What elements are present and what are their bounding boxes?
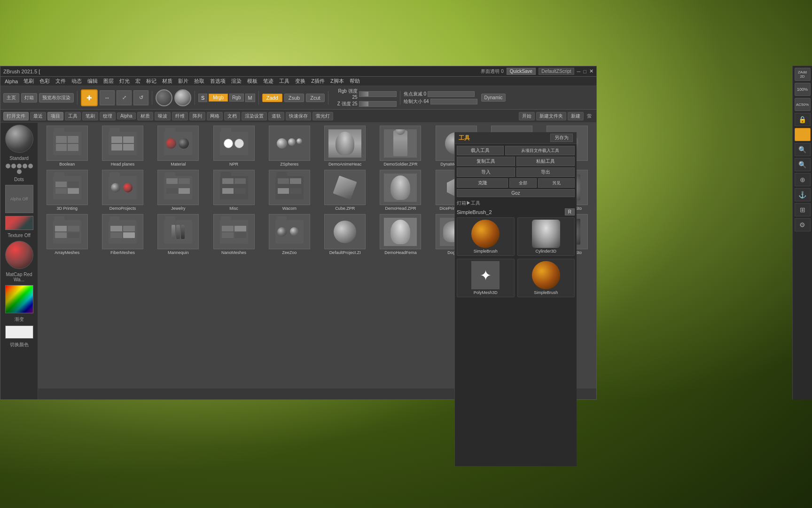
project-item-boolean[interactable]: Boolean (40, 125, 94, 167)
lightbox-button[interactable]: 灯箱 (21, 93, 37, 103)
tool-card-polymesh3d[interactable]: ✦ PolyMesh3D (457, 259, 515, 297)
menu-file[interactable]: 文件 (53, 77, 68, 85)
import-button[interactable]: 导入 (457, 167, 515, 177)
project-item-demoanime[interactable]: DemoAnimeHeac (318, 125, 372, 167)
tool-button[interactable]: 工具 (65, 112, 81, 120)
menu-mark[interactable]: 标记 (144, 77, 159, 85)
project-item-3dprinting[interactable]: 3D Printing (40, 169, 94, 212)
open-file-button[interactable]: 打开文件 (3, 112, 29, 120)
zoom-100-btn[interactable]: 100% (795, 83, 811, 96)
menu-transform[interactable]: 变换 (293, 77, 308, 85)
project-item-arraymeshes[interactable]: ArrayMeshes (40, 213, 94, 256)
brush-preview[interactable] (156, 89, 172, 106)
rgb-strength-slider[interactable] (359, 91, 397, 97)
center-icon[interactable]: ⊕ (795, 173, 811, 186)
quicksave-button[interactable]: QuickSave (507, 68, 536, 75)
brush-sphere-preview[interactable] (5, 125, 33, 153)
fiber-button[interactable]: 纤维 (172, 112, 188, 120)
menu-preferences[interactable]: 首选项 (208, 77, 228, 85)
paste-tool-button[interactable]: 粘贴工具 (516, 157, 575, 166)
document-button[interactable]: 文档 (224, 112, 240, 120)
tool-card-simplebrush2[interactable]: SimpleBrush (517, 259, 575, 297)
menu-movie[interactable]: 影片 (176, 77, 191, 85)
settings-icon[interactable]: ⚙ (795, 218, 811, 231)
new-folder-button[interactable]: 新建文件夹 (536, 112, 566, 120)
tool-card-simplebrush[interactable]: SimpleBrush (457, 217, 515, 256)
rotate-button[interactable]: ↺ (133, 90, 148, 105)
goz-button[interactable]: Goz (457, 189, 575, 197)
zcut-button[interactable]: Zcut (306, 94, 324, 102)
project-item-demoheadfema[interactable]: DemoHeadFema (374, 213, 428, 256)
ac50-btn[interactable]: AC50% (795, 98, 811, 111)
save-as-button[interactable]: 另存为 (550, 134, 573, 142)
draw-mode-button[interactable]: ✚ (81, 89, 98, 106)
script-label[interactable]: DefaultZScript (539, 68, 574, 75)
search-icon-1[interactable]: 🔍 (795, 143, 811, 156)
menu-render[interactable]: 渲染 (229, 77, 244, 85)
zadd-button[interactable]: Zadd (262, 94, 282, 102)
start-button[interactable]: 开始 (519, 112, 535, 120)
project-item-jewelry[interactable]: Jewelry (151, 169, 205, 212)
project-item-misc[interactable]: Misc (207, 169, 261, 212)
menu-zscript[interactable]: Z脚本 (328, 77, 346, 85)
track-button[interactable]: 道轨 (268, 112, 284, 120)
project-item-demoprojects[interactable]: DemoProjects (95, 169, 149, 212)
all-clone-button[interactable]: 全部 (509, 178, 537, 188)
color-picker[interactable] (5, 285, 33, 313)
project-item-mannequin[interactable]: Mannequin (151, 213, 205, 256)
copy-clone-button[interactable]: 另见 (538, 178, 575, 188)
menu-alpha[interactable]: Alpha (2, 78, 20, 85)
tool-card-cylinder3d[interactable]: Cylinder3D (517, 217, 575, 256)
project-item-material[interactable]: Material (151, 125, 205, 167)
search-icon-2[interactable]: 🔍 (795, 158, 811, 171)
alpha-sub-button[interactable]: Alpha (117, 112, 136, 119)
import-tool-button[interactable]: 载入工具 (457, 146, 504, 155)
menu-pick[interactable]: 拾取 (192, 77, 207, 85)
anchor-icon[interactable]: ⚓ (795, 188, 811, 201)
zbrush-2d-btn[interactable]: ZAdd2D (795, 68, 811, 81)
grid-icon[interactable]: ⊞ (795, 203, 811, 216)
alpha-box[interactable]: Alpha Off (5, 185, 33, 213)
render-settings-button[interactable]: 渲染设置 (242, 112, 267, 120)
menu-animation[interactable]: 动态 (69, 77, 84, 85)
texture-box[interactable] (5, 216, 33, 230)
texture-sub-button[interactable]: 纹理 (100, 112, 116, 120)
scale-button[interactable]: ⤢ (117, 90, 132, 105)
focal-slider[interactable] (428, 91, 475, 97)
project-item-zspheres[interactable]: ZSpheres (262, 125, 316, 167)
material-sphere[interactable] (174, 89, 191, 106)
home-button[interactable]: 主页 (3, 93, 19, 103)
new-button[interactable]: 新建 (568, 112, 584, 120)
array-button[interactable]: 阵列 (189, 112, 205, 120)
project-button[interactable]: 项目 (47, 112, 63, 120)
material-sub-button[interactable]: 材质 (137, 112, 153, 120)
project-item-fibermeshes[interactable]: FiberMeshes (95, 213, 149, 256)
menu-color[interactable]: 色彩 (37, 77, 52, 85)
color-swatch[interactable] (5, 325, 33, 339)
brush-button[interactable]: 笔刷 (82, 112, 98, 120)
noise-button[interactable]: 噪波 (155, 112, 171, 120)
matcap-sphere[interactable] (5, 241, 33, 269)
menu-template[interactable]: 模板 (245, 77, 260, 85)
menu-brush[interactable]: 笔刷 (21, 77, 36, 85)
minimize-button[interactable]: ─ (577, 69, 581, 74)
move-button[interactable]: ↔ (100, 90, 115, 105)
menu-tool[interactable]: 工具 (277, 77, 292, 85)
project-item-headplanes[interactable]: Head planes (95, 125, 149, 167)
s-button[interactable]: S (198, 94, 207, 102)
quick-save-button[interactable]: 快速保存 (286, 112, 311, 120)
menu-zplugin[interactable]: Z插件 (309, 77, 327, 85)
zsub-button[interactable]: Zsub (284, 94, 304, 102)
fluorescent-button[interactable]: 萤光灯 (312, 112, 333, 120)
project-item-zeezoo[interactable]: ZeeZoo (262, 213, 316, 256)
lock-icon[interactable]: 🔒 (795, 113, 811, 126)
project-item-cube[interactable]: Cube.ZPR (318, 169, 372, 212)
maximize-button[interactable]: □ (583, 69, 586, 74)
menu-stroke[interactable]: 笔迹 (261, 77, 276, 85)
menu-material[interactable]: 材质 (160, 77, 175, 85)
export-button[interactable]: 导出 (516, 167, 575, 177)
menu-layer[interactable]: 图层 (101, 77, 116, 85)
close-button[interactable]: ✕ (589, 68, 593, 74)
mesh-button[interactable]: 网格 (207, 112, 223, 120)
menu-macro[interactable]: 宏 (133, 77, 143, 85)
